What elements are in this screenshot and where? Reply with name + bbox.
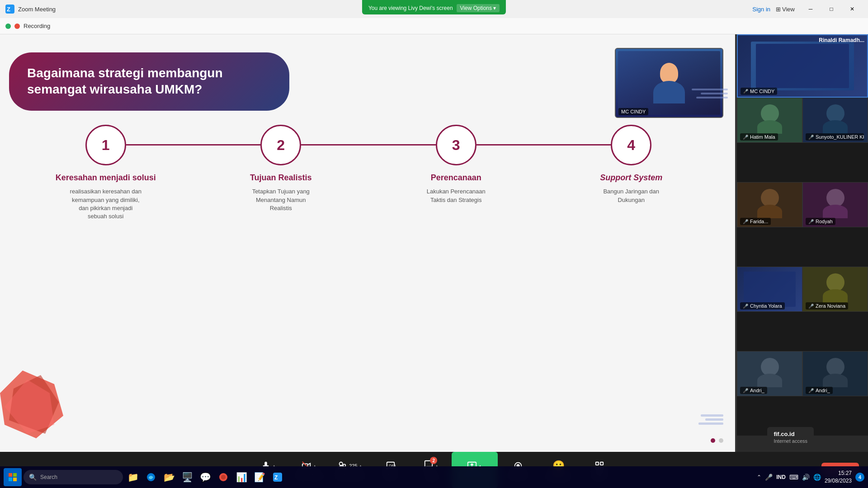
taskbar-word-icon[interactable]: 📝 xyxy=(251,469,268,485)
deco-line-bottom-3 xyxy=(698,422,723,425)
keyboard-icon: ⌨ xyxy=(789,474,798,481)
slide-navigation-dots xyxy=(711,438,723,443)
participant-tile-farida: 🎤 Farida... xyxy=(737,182,802,227)
step-1-title: Keresahan menjadi solusi xyxy=(56,173,156,183)
participant-label-hatim: 🎤 Hatim Mala xyxy=(740,133,778,141)
red-blob-decoration xyxy=(0,371,77,452)
deco-line-bottom-2 xyxy=(705,418,723,421)
search-icon: 🔍 xyxy=(29,474,37,481)
chevron-up-icon[interactable]: ⌃ xyxy=(757,474,761,480)
svg-rect-21 xyxy=(13,478,17,481)
participant-label-chyntia: 🎤 Chyntia Yolara xyxy=(740,302,785,310)
svg-point-24 xyxy=(221,475,226,479)
participants-grid: 🎤 Hatim Mala 🎤 Sunyoto_KULINER KHANZA xyxy=(737,98,868,436)
banner-text: You are viewing Livy Dewi's screen xyxy=(368,5,453,11)
taskbar: 🔍 Search 📁 📂 🖥️ 💬 📊 📝 Z ⌃ 🎤 IND ⌨ 🔊 🌐 15… xyxy=(0,466,868,488)
taskbar-edge-icon[interactable] xyxy=(143,469,159,485)
step-1-subtitle: realisasikan keresahan dan kemampuan yan… xyxy=(70,188,142,221)
participant-label-zera: 🎤 Zera Noviana xyxy=(806,302,848,310)
network-tooltip: fif.co.id Internet access xyxy=(767,427,814,447)
step-4-title: Support System xyxy=(600,173,662,183)
search-taskbar-button[interactable]: 🔍 Search xyxy=(24,470,123,484)
deco-line-bottom-1 xyxy=(701,414,723,417)
speaker-icon: 🔊 xyxy=(802,474,810,481)
participant-label-sunyoto: 🎤 Sunyoto_KULINER KHANZA xyxy=(806,133,864,141)
svg-rect-19 xyxy=(13,473,17,477)
featured-participant-name: 🎤 MC CINDY xyxy=(741,88,777,95)
step-3-title: Perencanaan xyxy=(431,173,481,183)
view-options-label: View Options xyxy=(460,5,492,11)
date-display: 29/08/2023 xyxy=(825,477,852,485)
screen-share-banner: You are viewing Livy Dewi's screen View … xyxy=(362,0,506,14)
slide-bottom-right-decoration xyxy=(698,414,723,425)
network-line2: Internet access xyxy=(774,438,807,444)
taskbar-zoom-icon[interactable]: Z xyxy=(269,469,286,485)
presentation-area: Bagaimana strategi membangun semangat wi… xyxy=(0,34,737,452)
step-3: 3 Perencanaan Lakukan Perencanaan Taktis… xyxy=(368,125,544,204)
system-clock: 15:27 29/08/2023 xyxy=(825,469,852,485)
zoom-logo-icon: Z xyxy=(5,5,14,14)
start-button[interactable] xyxy=(4,468,22,486)
svg-rect-20 xyxy=(9,478,12,481)
taskbar-excel-icon[interactable]: 📊 xyxy=(233,469,250,485)
network-icon: 🌐 xyxy=(813,474,821,481)
window-controls: ─ □ ✕ xyxy=(800,0,863,18)
svg-text:Z: Z xyxy=(7,6,10,13)
participant-label-farida: 🎤 Farida... xyxy=(740,218,771,225)
app-title: Zoom Meeting xyxy=(18,6,56,13)
taskbar-browser-icon[interactable] xyxy=(215,469,231,485)
view-button[interactable]: ⊞ View xyxy=(776,6,795,13)
steps-container: 1 Keresahan menjadi solusi realisasikan … xyxy=(0,125,737,221)
step-4: 4 Support System Bangun Jaringan dan Duk… xyxy=(544,125,719,204)
participant-tile-zera: 🎤 Zera Noviana xyxy=(802,267,868,312)
slide-dot-2 xyxy=(719,438,723,443)
time-display: 15:27 xyxy=(825,469,852,477)
participant-tile-hatim: 🎤 Hatim Mala xyxy=(737,98,802,143)
maximize-button[interactable]: □ xyxy=(821,0,842,18)
close-button[interactable]: ✕ xyxy=(842,0,863,18)
minimize-button[interactable]: ─ xyxy=(800,0,821,18)
step-1-circle: 1 xyxy=(85,125,126,165)
participant-tile-rodyah: 🎤 Rodyah xyxy=(802,182,868,227)
step-3-subtitle: Lakukan Perencanaan Taktis dan Strategis xyxy=(420,188,492,204)
chevron-down-icon: ▾ xyxy=(493,5,496,11)
rinaldi-name-label: Rinaldi Ramadh... xyxy=(819,37,864,43)
svg-text:Z: Z xyxy=(274,474,278,481)
sign-in-button[interactable]: Sign in xyxy=(752,6,770,13)
svg-rect-15 xyxy=(600,462,603,465)
notification-badge[interactable]: 4 xyxy=(855,473,864,482)
participant-tile-sunyoto: 🎤 Sunyoto_KULINER KHANZA xyxy=(802,98,868,143)
taskbar-explorer-icon[interactable]: 📂 xyxy=(161,469,177,485)
participant-label-andri2: 🎤 Andri_ xyxy=(806,387,833,394)
participant-tile-andri2: 🎤 Andri_ xyxy=(802,351,868,396)
presenter-thumbnail: MC CINDY xyxy=(615,48,723,118)
deco-line-2 xyxy=(701,93,728,94)
svg-rect-14 xyxy=(595,462,598,465)
participant-label-andri1: 🎤 Andri_ xyxy=(740,387,767,394)
step-3-circle: 3 xyxy=(436,125,476,165)
step-4-subtitle: Bangun Jaringan dan Dukungan xyxy=(595,188,667,204)
participant-tile-chyntia: 🎤 Chyntia Yolara xyxy=(737,267,802,312)
slide-container: Bagaimana strategi membangun semangat wi… xyxy=(0,34,737,452)
slide-dot-1 xyxy=(711,438,715,443)
slide-top-right-decoration xyxy=(692,89,728,99)
network-line1: fif.co.id xyxy=(774,431,807,437)
participants-sidebar: 🎤 MC CINDY Rinaldi Ramadh... 🎤 Hatim Mal xyxy=(737,34,868,452)
slide-title-banner: Bagaimana strategi membangun semangat wi… xyxy=(9,52,289,111)
participant-tile-andri1: 🎤 Andri_ xyxy=(737,351,802,396)
recording-label: Recording xyxy=(24,23,50,29)
taskbar-files-icon[interactable]: 📁 xyxy=(125,469,141,485)
recording-bar: Recording xyxy=(0,18,868,34)
step-4-circle: 4 xyxy=(611,125,651,165)
participant-label-rodyah: 🎤 Rodyah xyxy=(806,218,835,225)
title-bar: Z Zoom Meeting You are viewing Livy Dewi… xyxy=(0,0,868,18)
step-2-circle: 2 xyxy=(260,125,301,165)
step-1: 1 Keresahan menjadi solusi realisasikan … xyxy=(18,125,193,221)
view-options-button[interactable]: View Options ▾ xyxy=(457,4,500,12)
taskbar-teams-icon[interactable]: 💬 xyxy=(197,469,213,485)
svg-point-8 xyxy=(340,462,343,465)
main-layout: Bagaimana strategi membangun semangat wi… xyxy=(0,34,868,452)
taskbar-terminal-icon[interactable]: 🖥️ xyxy=(179,469,195,485)
presenter-video-feed xyxy=(616,49,722,117)
slide-title: Bagaimana strategi membangun semangat wi… xyxy=(27,65,262,98)
